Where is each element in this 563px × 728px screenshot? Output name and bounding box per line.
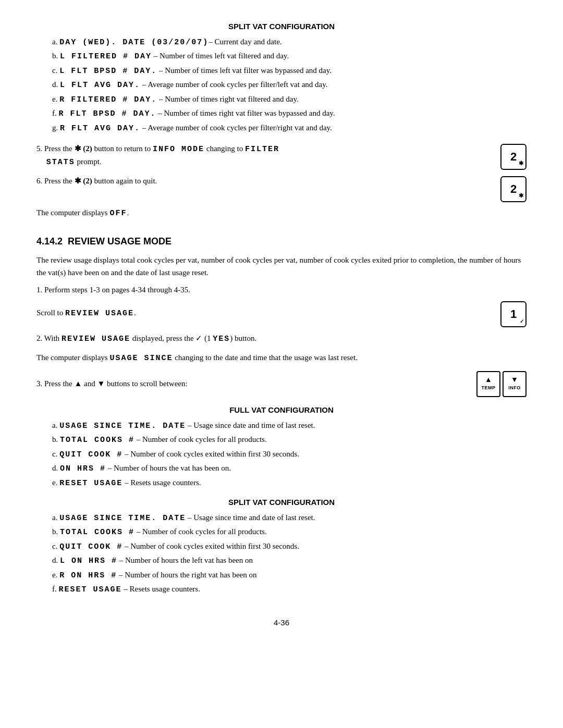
step-2: 2. With REVIEW USAGE displayed, press th… <box>36 332 527 346</box>
split-vat-config-top-header: SPLIT VAT CONFIGURATION <box>36 21 527 33</box>
split-vat-config-bottom-list: a. USAGE SINCE TIME. DATE – Usage since … <box>36 512 527 596</box>
list-item: b. L FILTERED # DAY – Number of times le… <box>52 50 527 63</box>
list-item: g. R FLT AVG DAY. – Average number of co… <box>52 122 527 135</box>
split-vat-config-bottom-header: SPLIT VAT CONFIGURATION <box>36 497 527 509</box>
list-item: c. QUIT COOK # – Number of cook cycles e… <box>52 448 527 461</box>
list-item: f. RESET USAGE – Resets usage counters. <box>52 583 527 596</box>
split-vat-config-top: SPLIT VAT CONFIGURATION a. DAY (WED). DA… <box>36 21 527 134</box>
split-vat-config-top-list: a. DAY (WED). DATE (03/20/07)– Current d… <box>36 36 527 135</box>
step-3-buttons: ▲ TEMP ▼ INFO <box>476 370 527 397</box>
list-item: a. USAGE SINCE TIME. DATE – Usage since … <box>52 512 527 525</box>
step-6-row: 6. Press the ✱ (2) button again to quit.… <box>36 175 527 202</box>
step-5-row: 5. Press the ✱ (2) button to return to I… <box>36 143 527 170</box>
button-2-star: 2 ✱ <box>500 144 527 170</box>
scroll-to-row: Scroll to REVIEW USAGE. 1 ✓ <box>36 300 527 327</box>
section-heading: 4.14.2 REVIEW USAGE MODE <box>36 235 527 249</box>
computer-displays-usage-since: The computer displays USAGE SINCE changi… <box>36 351 527 365</box>
list-item: d. L ON HRS # – Number of hours the left… <box>52 554 527 567</box>
step-3-text: 3. Press the ▲ and ▼ buttons to scroll b… <box>36 378 476 390</box>
list-item: a. USAGE SINCE TIME. DATE – Usage since … <box>52 419 527 433</box>
list-item: e. RESET USAGE – Resets usage counters. <box>52 477 527 490</box>
temp-info-buttons: ▲ TEMP ▼ INFO <box>476 371 527 397</box>
step-5-text: 5. Press the ✱ (2) button to return to I… <box>36 143 500 168</box>
list-item: a. DAY (WED). DATE (03/20/07)– Current d… <box>52 36 527 49</box>
step-3-row: 3. Press the ▲ and ▼ buttons to scroll b… <box>36 370 527 397</box>
review-usage-description: The review usage displays total cook cyc… <box>36 254 527 279</box>
button-1-check: 1 ✓ <box>500 301 527 327</box>
full-vat-config-list: a. USAGE SINCE TIME. DATE – Usage since … <box>36 419 527 490</box>
scroll-to-button: 1 ✓ <box>500 300 527 327</box>
scroll-to-text: Scroll to REVIEW USAGE. <box>36 307 500 320</box>
list-item: f. R FLT BPSD # DAY. – Number of times r… <box>52 107 527 120</box>
temp-button: ▲ TEMP <box>476 371 500 397</box>
list-item: d. ON HRS # – Number of hours the vat ha… <box>52 462 527 475</box>
list-item: e. R FILTERED # DAY. – Number of times r… <box>52 93 527 106</box>
info-button: ▼ INFO <box>503 371 527 397</box>
page-number: 4-36 <box>36 617 527 629</box>
split-vat-config-bottom: SPLIT VAT CONFIGURATION a. USAGE SINCE T… <box>36 497 527 596</box>
list-item: d. L FLT AVG DAY. – Average number of co… <box>52 79 527 92</box>
review-usage-mode-section: 4.14.2 REVIEW USAGE MODE The review usag… <box>36 235 527 596</box>
list-item: c. QUIT COOK # – Number of cook cycles e… <box>52 540 527 553</box>
computer-displays-off: The computer displays OFF. <box>36 206 527 220</box>
list-item: b. TOTAL COOKS # – Number of cook cycles… <box>52 526 527 539</box>
full-vat-config: FULL VAT CONFIGURATION a. USAGE SINCE TI… <box>36 404 527 489</box>
list-item: c. L FLT BPSD # DAY. – Number of times l… <box>52 65 527 78</box>
step-1: 1. Perform steps 1-3 on pages 4-34 throu… <box>36 284 527 296</box>
list-item: b. TOTAL COOKS # – Number of cook cycles… <box>52 434 527 447</box>
step-6-text: 6. Press the ✱ (2) button again to quit. <box>36 175 500 187</box>
step-5-button: 2 ✱ <box>500 143 527 170</box>
step-6-button: 2 ✱ <box>500 175 527 202</box>
list-item: e. R ON HRS # – Number of hours the righ… <box>52 569 527 582</box>
button-2-star-2: 2 ✱ <box>500 176 527 202</box>
step-5-prefix: 5. Press the ✱ (2) button to return to I… <box>36 144 279 166</box>
full-vat-config-header: FULL VAT CONFIGURATION <box>36 404 527 416</box>
